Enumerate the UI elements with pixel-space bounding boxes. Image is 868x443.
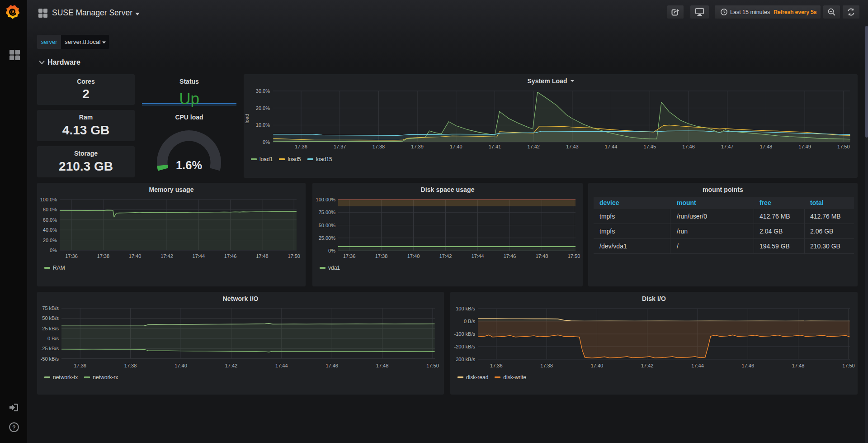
svg-text:17:36: 17:36: [65, 253, 78, 259]
svg-text:0%: 0%: [263, 139, 270, 145]
svg-text:50 kB/s: 50 kB/s: [42, 315, 59, 321]
svg-text:-200 kB/s: -200 kB/s: [454, 344, 476, 349]
svg-text:17:40: 17:40: [407, 253, 420, 259]
svg-text:10.0%: 10.0%: [256, 122, 270, 128]
svg-text:17:38: 17:38: [540, 363, 553, 368]
svg-text:17:46: 17:46: [682, 144, 695, 149]
svg-text:17:44: 17:44: [691, 363, 704, 368]
svg-text:17:48: 17:48: [536, 253, 548, 259]
svg-text:17:43: 17:43: [566, 144, 579, 149]
svg-text:17:42: 17:42: [641, 363, 654, 368]
svg-text:17:46: 17:46: [326, 363, 338, 368]
svg-text:25 kB/s: 25 kB/s: [42, 326, 59, 331]
svg-text:100.00%: 100.00%: [316, 197, 336, 202]
svg-text:17:37: 17:37: [334, 144, 346, 149]
svg-text:17:49: 17:49: [798, 144, 811, 149]
svg-text:17:50: 17:50: [568, 253, 580, 259]
svg-text:60.0%: 60.0%: [43, 217, 57, 223]
svg-text:17:44: 17:44: [193, 253, 205, 259]
svg-text:80.0%: 80.0%: [43, 207, 57, 212]
svg-text:17:40: 17:40: [129, 253, 142, 259]
svg-text:17:44: 17:44: [275, 363, 288, 368]
svg-text:17:42: 17:42: [225, 363, 238, 368]
svg-text:17:40: 17:40: [591, 363, 604, 368]
svg-text:0%: 0%: [50, 248, 57, 253]
svg-text:17:42: 17:42: [439, 253, 452, 259]
svg-text:17:39: 17:39: [411, 144, 424, 149]
svg-text:load: load: [244, 114, 250, 124]
svg-text:-25 kB/s: -25 kB/s: [41, 346, 59, 351]
svg-text:17:50: 17:50: [837, 144, 850, 149]
svg-text:17:50: 17:50: [842, 363, 855, 368]
svg-text:75.00%: 75.00%: [319, 210, 336, 215]
svg-text:17:38: 17:38: [97, 253, 110, 259]
svg-text:100.0%: 100.0%: [40, 197, 57, 202]
svg-text:50.00%: 50.00%: [319, 223, 336, 228]
svg-text:17:48: 17:48: [256, 253, 269, 259]
svg-text:17:47: 17:47: [721, 144, 734, 149]
svg-text:25.00%: 25.00%: [319, 235, 336, 241]
svg-text:75 kB/s: 75 kB/s: [42, 305, 59, 311]
svg-text:0 B/s: 0 B/s: [464, 319, 476, 324]
svg-text:17:48: 17:48: [760, 144, 773, 149]
svg-text:17:44: 17:44: [605, 144, 618, 149]
svg-text:17:38: 17:38: [375, 253, 388, 259]
svg-text:17:45: 17:45: [644, 144, 656, 149]
svg-text:17:46: 17:46: [742, 363, 755, 368]
svg-text:100 kB/s: 100 kB/s: [456, 306, 475, 311]
svg-text:?: ?: [12, 424, 15, 431]
svg-text:17:36: 17:36: [74, 363, 86, 368]
svg-text:17:38: 17:38: [373, 144, 385, 149]
svg-text:17:42: 17:42: [160, 253, 173, 259]
svg-text:17:41: 17:41: [489, 144, 501, 149]
svg-text:17:40: 17:40: [175, 363, 187, 368]
svg-text:17:46: 17:46: [224, 253, 237, 259]
svg-text:0 B/s: 0 B/s: [47, 336, 59, 341]
svg-text:17:40: 17:40: [450, 144, 462, 149]
svg-text:-50 kB/s: -50 kB/s: [41, 356, 59, 362]
svg-text:17:44: 17:44: [472, 253, 484, 259]
svg-text:17:38: 17:38: [124, 363, 137, 368]
svg-text:17:36: 17:36: [490, 363, 503, 368]
svg-text:17:36: 17:36: [295, 144, 307, 149]
svg-text:17:48: 17:48: [792, 363, 805, 368]
svg-text:20.0%: 20.0%: [43, 238, 57, 243]
svg-text:-100 kB/s: -100 kB/s: [454, 331, 476, 337]
svg-text:17:48: 17:48: [376, 363, 389, 368]
svg-text:0%: 0%: [328, 248, 335, 253]
svg-text:17:42: 17:42: [527, 144, 540, 149]
svg-text:-300 kB/s: -300 kB/s: [454, 357, 476, 362]
svg-text:17:46: 17:46: [504, 253, 516, 259]
svg-text:17:50: 17:50: [288, 253, 300, 259]
svg-text:1.6%: 1.6%: [176, 159, 202, 171]
svg-text:20.0%: 20.0%: [256, 105, 270, 111]
svg-text:30.0%: 30.0%: [256, 88, 270, 94]
svg-text:17:36: 17:36: [343, 253, 356, 259]
svg-text:40.0%: 40.0%: [43, 227, 57, 233]
svg-text:17:50: 17:50: [426, 363, 439, 368]
